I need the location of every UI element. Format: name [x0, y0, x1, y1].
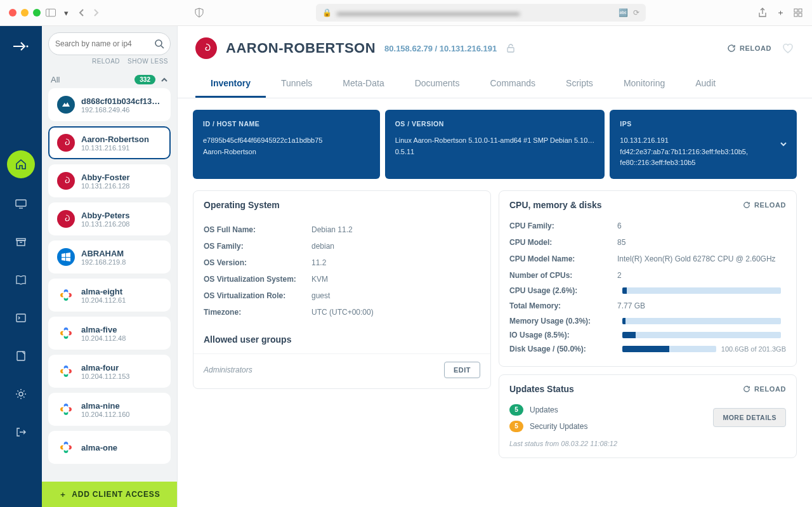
card-id-line1: e7895b45cf644f66945922c1a1bdbb75 — [203, 135, 370, 147]
search-icon[interactable] — [154, 39, 164, 49]
url-text: ▬▬▬▬▬▬▬▬▬▬▬▬▬▬▬▬▬▬▬▬▬▬▬▬ — [337, 8, 520, 17]
alma-icon — [57, 438, 75, 456]
forward-icon[interactable] — [91, 8, 102, 18]
lock-icon: 🔒 — [322, 8, 332, 17]
sidebar-toggle-icon[interactable] — [46, 8, 56, 18]
client-ip: 10.131.216.191 — [81, 144, 149, 152]
tab-inventory[interactable]: Inventory — [195, 70, 266, 98]
chevron-up-icon[interactable] — [160, 76, 168, 84]
client-item[interactable]: ABRAHAM192.168.219.8 — [48, 240, 171, 273]
client-ip: 10.204.112.153 — [81, 372, 129, 380]
nav-terminal[interactable] — [8, 305, 34, 331]
client-name: Aaron-Robertson — [81, 135, 149, 144]
svg-rect-5 — [799, 13, 802, 16]
card-id-hostname: ID / HOST NAME e7895b45cf644f66945922c1a… — [193, 110, 380, 179]
search-box[interactable] — [48, 32, 171, 55]
updates-label: Updates — [530, 405, 558, 414]
svg-line-16 — [161, 46, 164, 48]
tabs-overview-icon[interactable] — [793, 8, 803, 18]
client-item[interactable]: alma-nine10.204.112.160 — [48, 393, 171, 426]
chevron-down-icon[interactable] — [779, 140, 788, 148]
svg-rect-3 — [799, 9, 802, 12]
cpu-card-title: CPU, memory & disks — [509, 200, 602, 210]
sidebar-reload-link[interactable]: RELOAD — [92, 58, 120, 65]
tab-tunnels[interactable]: Tunnels — [266, 70, 327, 98]
edit-button[interactable]: EDIT — [444, 362, 480, 378]
updates-reload-button[interactable]: RELOAD — [743, 385, 786, 393]
client-name: alma-five — [81, 325, 126, 334]
alma-icon — [57, 362, 75, 380]
cpu-reload-label: RELOAD — [754, 201, 786, 209]
updates-reload-label: RELOAD — [754, 385, 786, 393]
back-icon[interactable] — [76, 8, 86, 18]
minimize-window-dot[interactable] — [21, 9, 29, 16]
os-card-title: Operating System — [204, 200, 280, 210]
card-ips[interactable]: IPS 10.131.216.191 fd42:2e37:ab7a:7b11:2… — [610, 110, 797, 179]
new-tab-icon[interactable]: ＋ — [775, 8, 785, 18]
maximize-window-dot[interactable] — [33, 9, 41, 16]
sidebar-showless-link[interactable]: SHOW LESS — [128, 58, 168, 65]
svg-point-14 — [19, 392, 23, 396]
client-item[interactable]: Abby-Peters10.131.216.208 — [48, 202, 171, 235]
client-item[interactable]: Aaron-Robertson10.131.216.191 — [48, 126, 171, 159]
svg-rect-17 — [508, 48, 514, 52]
kv-key: OS Family: — [204, 242, 311, 251]
client-item[interactable]: Abby-Foster10.131.216.128 — [48, 164, 171, 197]
operating-system-card: Operating System OS Full Name:Debian 11.… — [193, 190, 491, 389]
chevron-down-icon[interactable]: ▾ — [61, 8, 71, 18]
client-ip: 10.204.112.160 — [81, 411, 129, 418]
nav-logout[interactable] — [8, 419, 34, 445]
heart-icon[interactable] — [782, 42, 794, 55]
translate-icon[interactable]: 🔤 — [619, 8, 628, 17]
tab-monitoring[interactable]: Monitoring — [608, 70, 680, 98]
client-name: ABRAHAM — [81, 249, 126, 258]
more-details-button[interactable]: MORE DETAILS — [713, 408, 786, 427]
nav-settings[interactable] — [8, 381, 34, 407]
client-item[interactable]: alma-four10.204.112.153 — [48, 355, 171, 388]
client-item[interactable]: alma-five10.204.112.48 — [48, 317, 171, 350]
page-header: AARON-ROBERTSON 80.158.62.79 / 10.131.21… — [178, 26, 812, 64]
all-label: All — [51, 75, 60, 84]
shield-icon[interactable] — [194, 8, 204, 18]
tab-audit[interactable]: Audit — [680, 70, 731, 98]
debian-icon — [57, 134, 75, 152]
tab-documents[interactable]: Documents — [400, 70, 475, 98]
add-client-label: ADD CLIENT ACCESS — [72, 490, 160, 499]
kv-value: 2 — [617, 271, 622, 280]
share-icon[interactable] — [757, 8, 768, 18]
nav-archive[interactable] — [8, 229, 34, 254]
updates-status-card: Updates Status RELOAD 5 Updates — [499, 374, 797, 458]
nav-desktop[interactable] — [8, 191, 34, 216]
nav-home[interactable] — [7, 150, 35, 178]
header-reload-button[interactable]: RELOAD — [727, 44, 771, 53]
nav-notes[interactable] — [8, 343, 34, 369]
kv-value: 85 — [617, 238, 625, 247]
client-name: alma-one — [81, 443, 117, 452]
cpu-reload-button[interactable]: RELOAD — [743, 201, 786, 209]
client-item[interactable]: alma-eight10.204.112.61 — [48, 279, 171, 312]
card-ips-title: IPS — [620, 120, 787, 128]
close-window-dot[interactable] — [9, 9, 16, 16]
kv-key: CPU Model Name: — [509, 254, 617, 263]
refresh-icon[interactable]: ⟳ — [633, 8, 639, 17]
client-item[interactable]: alma-one — [48, 431, 171, 464]
usage-bar — [622, 318, 781, 324]
alpine-icon — [57, 96, 75, 114]
svg-point-15 — [155, 40, 162, 46]
kv-value: debian — [311, 242, 334, 251]
client-ip: 192.168.249.46 — [81, 106, 162, 114]
client-item[interactable]: d868cf01b034cf132f…192.168.249.46 — [48, 88, 171, 121]
allowed-groups-title: Allowed user groups — [204, 334, 291, 345]
tab-meta-data[interactable]: Meta-Data — [327, 70, 399, 98]
nav-book[interactable] — [8, 267, 34, 293]
add-client-button[interactable]: ＋ ADD CLIENT ACCESS — [42, 482, 177, 507]
tab-scripts[interactable]: Scripts — [551, 70, 608, 98]
alma-icon — [57, 400, 75, 418]
tab-commands[interactable]: Commands — [475, 70, 551, 98]
card-ips-line1: 10.131.216.191 — [620, 135, 787, 147]
cpu-memory-disks-card: CPU, memory & disks RELOAD CPU Family:6C… — [499, 190, 797, 367]
search-input[interactable] — [55, 39, 150, 48]
client-name: alma-nine — [81, 401, 129, 411]
kv-key: OS Version: — [204, 258, 311, 267]
url-bar[interactable]: 🔒 ▬▬▬▬▬▬▬▬▬▬▬▬▬▬▬▬▬▬▬▬▬▬▬▬ 🔤 ⟳ — [316, 4, 646, 22]
